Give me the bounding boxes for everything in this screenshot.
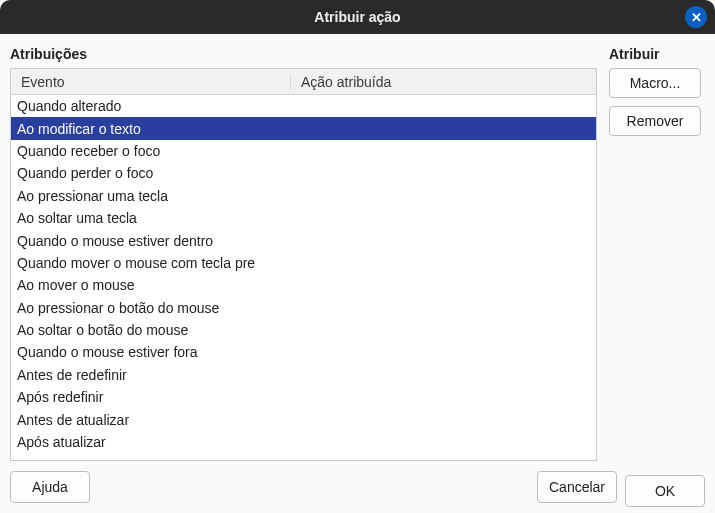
table-row[interactable]: Ao pressionar uma tecla [11, 185, 596, 207]
assignments-pane: Atribuições Evento Ação atribuída Quando… [10, 46, 597, 461]
event-cell: Ao soltar o botão do mouse [11, 322, 291, 338]
table-row[interactable]: Ao pressionar o botão do mouse [11, 297, 596, 319]
event-cell: Ao soltar uma tecla [11, 210, 291, 226]
table-row[interactable]: Quando o mouse estiver dentro [11, 229, 596, 251]
titlebar: Atribuir ação ✕ [0, 0, 715, 34]
table-row[interactable]: Quando perder o foco [11, 162, 596, 184]
table-row[interactable]: Ao soltar uma tecla [11, 207, 596, 229]
assign-pane: Atribuir Macro... Remover [609, 46, 705, 461]
table-row[interactable]: Após redefinir [11, 386, 596, 408]
event-cell: Quando o mouse estiver dentro [11, 233, 291, 249]
dialog-footer: Ajuda Cancelar OK [0, 461, 715, 513]
event-cell: Quando alterado [11, 98, 291, 114]
window-title: Atribuir ação [314, 9, 400, 25]
cancel-button[interactable]: Cancelar [537, 471, 617, 503]
table-body: Quando alteradoAo modificar o textoQuand… [11, 95, 596, 460]
assignments-label: Atribuições [10, 46, 597, 62]
remove-button[interactable]: Remover [609, 106, 701, 136]
close-icon: ✕ [691, 10, 702, 25]
table-header: Evento Ação atribuída [11, 69, 596, 95]
table-row[interactable]: Quando receber o foco [11, 140, 596, 162]
event-cell: Ao modificar o texto [11, 121, 291, 137]
event-cell: Quando perder o foco [11, 165, 291, 181]
table-row[interactable]: Ao modificar o texto [11, 117, 596, 139]
column-header-event[interactable]: Evento [11, 74, 291, 90]
table-row[interactable]: Quando o mouse estiver fora [11, 341, 596, 363]
column-header-action[interactable]: Ação atribuída [291, 74, 596, 90]
table-row[interactable]: Antes de redefinir [11, 364, 596, 386]
event-cell: Ao mover o mouse [11, 277, 291, 293]
table-row[interactable]: Antes de atualizar [11, 408, 596, 430]
table-row[interactable]: Ao mover o mouse [11, 274, 596, 296]
macro-button[interactable]: Macro... [609, 68, 701, 98]
table-row[interactable]: Quando mover o mouse com tecla pre [11, 252, 596, 274]
close-button[interactable]: ✕ [685, 6, 707, 28]
content-area: Atribuições Evento Ação atribuída Quando… [0, 34, 715, 461]
table-row[interactable]: Após atualizar [11, 431, 596, 453]
event-cell: Quando o mouse estiver fora [11, 344, 291, 360]
events-table: Evento Ação atribuída Quando alteradoAo … [10, 68, 597, 461]
event-cell: Ao pressionar uma tecla [11, 188, 291, 204]
assign-label: Atribuir [609, 46, 705, 62]
event-cell: Após redefinir [11, 389, 291, 405]
event-cell: Quando mover o mouse com tecla pre [11, 255, 291, 271]
event-cell: Após atualizar [11, 434, 291, 450]
event-cell: Antes de redefinir [11, 367, 291, 383]
table-row[interactable]: Ao soltar o botão do mouse [11, 319, 596, 341]
event-cell: Antes de atualizar [11, 412, 291, 428]
ok-button[interactable]: OK [625, 475, 705, 507]
help-button[interactable]: Ajuda [10, 471, 90, 503]
event-cell: Quando receber o foco [11, 143, 291, 159]
table-row[interactable]: Quando alterado [11, 95, 596, 117]
event-cell: Ao pressionar o botão do mouse [11, 300, 291, 316]
